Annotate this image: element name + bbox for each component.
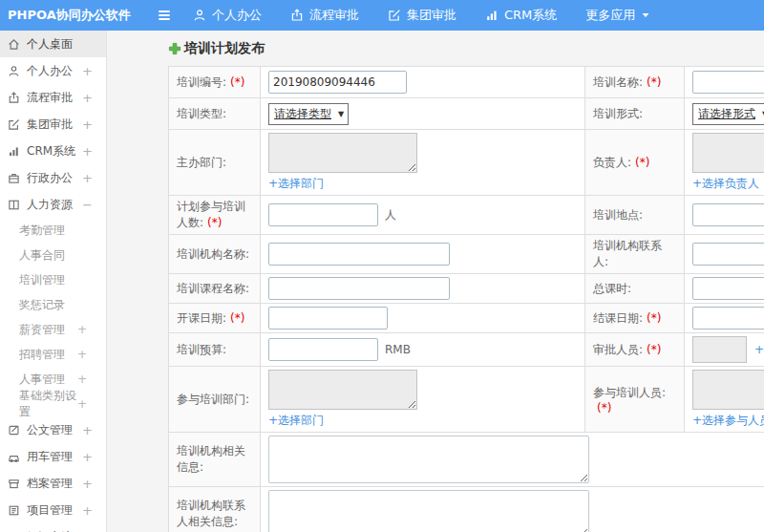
required-marker: (*) <box>230 75 244 89</box>
expand-toggle-icon[interactable]: − <box>82 198 93 212</box>
edit-icon <box>388 9 401 22</box>
org-name-input[interactable] <box>268 243 450 266</box>
join-members-picker[interactable] <box>692 370 764 410</box>
training-type-select[interactable]: 请选择类型▼ <box>268 103 349 125</box>
page-title-text: 培训计划发布 <box>184 40 265 57</box>
training-no-input[interactable] <box>268 71 407 94</box>
sidebar-item-admin-office[interactable]: 行政办公+ <box>0 164 106 191</box>
expand-toggle-icon[interactable]: + <box>82 450 93 464</box>
approvers-label: 审批人员: <box>593 343 643 356</box>
end-date-input[interactable] <box>692 307 764 330</box>
host-dept-label: 主办部门: <box>177 156 226 169</box>
training-type-label-cell: 培训类型: <box>169 98 261 130</box>
sidebar-item-personal-desktop[interactable]: 个人桌面 <box>0 31 106 57</box>
menu-item-crm-system[interactable]: CRM系统 <box>485 7 557 24</box>
sidebar-item-crm-system[interactable]: CRM系统+ <box>0 138 106 164</box>
course-name-input[interactable] <box>268 277 450 300</box>
training-name-field-cell <box>685 67 764 98</box>
share-icon <box>290 9 304 22</box>
expand-toggle-icon[interactable]: + <box>77 397 87 411</box>
training-type-select-value: 请选择类型 <box>274 106 331 122</box>
menu-item-group-approval[interactable]: 集团审批 <box>388 7 456 24</box>
expand-toggle-icon[interactable]: + <box>82 91 93 105</box>
sidebar-item-archive-mgmt[interactable]: 档案管理+ <box>0 470 106 497</box>
archive-icon <box>8 478 20 490</box>
org-contact-info-textarea[interactable] <box>268 490 589 532</box>
expand-toggle-icon[interactable]: + <box>82 423 93 437</box>
sidebar-subitem-reward-punish[interactable]: 奖惩记录 <box>0 292 106 317</box>
sidebar-subitem-label: 人事管理 <box>19 372 77 388</box>
chevron-down-icon: ▼ <box>338 110 344 118</box>
join-members-label-cell: 参与培训人员:(*) <box>585 367 685 433</box>
expand-toggle-icon[interactable]: + <box>82 503 93 518</box>
sidebar-subitem-recruit-mgmt[interactable]: 招聘管理+ <box>0 342 106 367</box>
approvers-picker[interactable] <box>692 336 747 363</box>
sidebar-subitem-salary-mgmt[interactable]: 薪资管理+ <box>0 317 106 342</box>
training-place-input[interactable] <box>692 203 764 226</box>
expand-toggle-icon[interactable]: + <box>77 348 87 361</box>
join-depts-select-link[interactable]: +选择部门 <box>268 414 324 427</box>
sidebar-item-workflow-approval[interactable]: 流程审批+ <box>0 84 106 111</box>
leader-select-link[interactable]: +选择负责人 <box>692 177 759 190</box>
planned-trainees-field-cell: 人 <box>261 196 585 235</box>
required-marker: (*) <box>647 75 661 89</box>
approvers-select-link[interactable]: +选择审批人员 <box>754 342 764 358</box>
expand-toggle-icon[interactable]: + <box>77 372 87 386</box>
sidebar-item-human-resources[interactable]: 人力资源− <box>0 191 106 218</box>
org-contact-info-field-cell <box>261 487 764 532</box>
host-dept-select-link[interactable]: +选择部门 <box>268 177 324 190</box>
expand-toggle-icon[interactable]: + <box>82 144 93 159</box>
org-contact-field-cell <box>685 235 764 274</box>
sidebar-item-personal-office[interactable]: 个人办公+ <box>0 57 106 84</box>
sidebar-item-project-mgmt[interactable]: 项目管理+ <box>0 497 106 523</box>
join-depts-picker[interactable] <box>268 370 417 410</box>
training-name-label: 培训名称: <box>593 75 643 89</box>
leader-field-cell: +选择负责人 <box>685 130 764 196</box>
start-date-field-cell <box>261 304 585 333</box>
join-members-select-link[interactable]: +选择参与人员 <box>692 414 764 427</box>
expand-toggle-icon[interactable]: + <box>82 171 93 185</box>
required-marker: (*) <box>597 401 611 415</box>
sidebar-subitem-training-mgmt[interactable]: 培训管理 <box>0 267 106 292</box>
expand-toggle-icon[interactable]: + <box>77 323 87 336</box>
sidebar-subitem-hr-contract[interactable]: 人事合同 <box>0 243 106 267</box>
start-date-input[interactable] <box>268 307 388 330</box>
leader-picker[interactable] <box>692 133 764 173</box>
training-place-label-cell: 培训地点: <box>585 196 685 235</box>
project-icon <box>8 504 20 517</box>
course-name-label-cell: 培训课程名称: <box>169 274 261 304</box>
total-hours-input[interactable] <box>692 277 764 300</box>
planned-trainees-input[interactable] <box>268 203 378 226</box>
expand-toggle-icon[interactable]: + <box>82 477 93 491</box>
training-form-select-value: 请选择形式 <box>698 106 755 122</box>
sidebar-item-group-approval[interactable]: 集团审批+ <box>0 111 106 138</box>
sidebar-subitem-attendance-mgmt[interactable]: 考勤管理 <box>0 218 106 243</box>
form-row: 培训机构相关信息: <box>169 433 764 487</box>
form-row: 培训课程名称:总课时: <box>169 274 764 304</box>
sidebar-item-vehicle-mgmt[interactable]: 用车管理+ <box>0 443 106 470</box>
org-contact-input[interactable] <box>692 243 764 266</box>
org-info-textarea[interactable] <box>268 436 589 483</box>
menu-toggle-icon[interactable] <box>157 8 172 23</box>
training-name-input[interactable] <box>692 71 764 94</box>
expand-toggle-icon[interactable]: + <box>82 117 93 132</box>
org-info-field-cell <box>261 433 764 487</box>
training-name-label-cell: 培训名称:(*) <box>585 67 685 98</box>
total-hours-label: 总课时: <box>593 282 631 295</box>
sidebar-subitem-base-category-settings[interactable]: 基础类别设置+ <box>0 392 106 416</box>
training-form-select[interactable]: 请选择形式▼ <box>692 103 764 125</box>
sidebar-subitem-label: 薪资管理 <box>19 322 77 338</box>
menu-item-personal-office[interactable]: 个人办公 <box>193 7 262 24</box>
menu-item-workflow-approval[interactable]: 流程审批 <box>290 7 359 24</box>
menu-item-label: 更多应用 <box>585 7 635 24</box>
budget-input[interactable] <box>268 338 378 361</box>
sidebar-item-document-mgmt[interactable]: 公文管理+ <box>0 416 106 443</box>
menu-item-more-apps[interactable]: 更多应用 <box>585 7 650 24</box>
end-date-label: 结课日期: <box>593 311 643 325</box>
org-info-label-cell: 培训机构相关信息: <box>169 433 261 487</box>
sidebar-item-knowledge-exchange[interactable]: 知识交流+ <box>0 523 106 532</box>
form-row: 参与培训部门:+选择部门参与培训人员:(*)+选择参与人员 <box>169 367 764 433</box>
sidebar-item-label: 行政办公 <box>27 170 78 186</box>
host-dept-picker[interactable] <box>268 133 417 173</box>
expand-toggle-icon[interactable]: + <box>82 64 93 78</box>
